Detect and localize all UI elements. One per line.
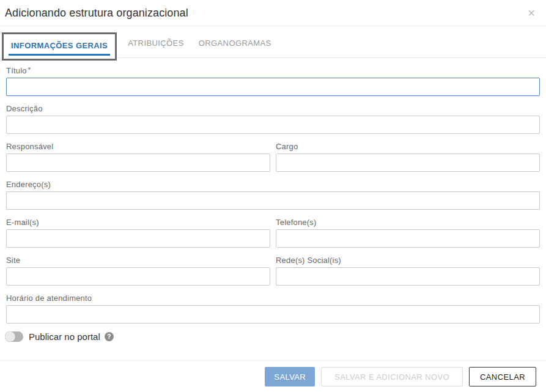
descricao-field: Descrição <box>6 104 540 134</box>
site-field: Site <box>6 256 270 286</box>
modal-header: Adicionando estrutura organizacional × <box>0 0 546 26</box>
titulo-label: Título* <box>6 66 540 75</box>
responsavel-input[interactable] <box>6 153 270 172</box>
descricao-label: Descrição <box>6 104 540 113</box>
horario-label: Horário de atendimento <box>6 294 540 303</box>
email-field: E-mail(s) <box>6 218 270 248</box>
publish-toggle-row: Publicar no portal ? <box>6 331 540 342</box>
tab-bar: INFORMAÇÕES GERAIS ATRIBUIÇÕES ORGANOGRA… <box>0 26 546 58</box>
telefone-label: Telefone(s) <box>276 218 540 227</box>
cargo-label: Cargo <box>276 142 540 151</box>
responsavel-label: Responsável <box>6 142 270 151</box>
modal-footer: SALVAR SALVAR E ADICIONAR NOVO CANCELAR <box>0 360 546 392</box>
telefone-field: Telefone(s) <box>276 218 540 248</box>
horario-field: Horário de atendimento <box>6 294 540 324</box>
form-body: Título* Descrição Responsável Cargo Ende… <box>0 58 546 360</box>
titulo-field: Título* <box>6 66 540 96</box>
rede-social-label: Rede(s) Social(is) <box>276 256 540 265</box>
help-icon[interactable]: ? <box>105 332 114 341</box>
cargo-input[interactable] <box>276 153 540 172</box>
save-button[interactable]: SALVAR <box>265 367 315 386</box>
endereco-label: Endereço(s) <box>6 180 540 189</box>
titulo-label-text: Título <box>6 66 27 75</box>
telefone-input[interactable] <box>276 229 540 248</box>
tab-organogramas[interactable]: ORGANOGRAMAS <box>191 31 279 57</box>
endereco-input[interactable] <box>6 191 540 210</box>
active-tab-highlight-box: INFORMAÇÕES GERAIS <box>2 32 117 61</box>
publish-toggle[interactable] <box>5 331 23 342</box>
toggle-knob <box>5 331 15 342</box>
tab-atribuicoes[interactable]: ATRIBUIÇÕES <box>120 31 191 57</box>
site-rede-row: Site Rede(s) Social(is) <box>6 256 540 294</box>
titulo-input[interactable] <box>6 78 540 96</box>
tab-informacoes-gerais[interactable]: INFORMAÇÕES GERAIS <box>9 38 110 56</box>
cargo-field: Cargo <box>276 142 540 172</box>
publish-toggle-label: Publicar no portal <box>29 331 100 342</box>
responsavel-field: Responsável <box>6 142 270 172</box>
email-label: E-mail(s) <box>6 218 270 227</box>
site-input[interactable] <box>6 267 270 286</box>
email-input[interactable] <box>6 229 270 248</box>
horario-input[interactable] <box>6 305 540 324</box>
cancel-button[interactable]: CANCELAR <box>469 367 536 386</box>
descricao-input[interactable] <box>6 116 540 134</box>
email-telefone-row: E-mail(s) Telefone(s) <box>6 218 540 256</box>
rede-social-input[interactable] <box>276 267 540 286</box>
required-asterisk: * <box>28 66 31 73</box>
modal-title: Adicionando estrutura organizacional <box>5 7 188 20</box>
add-org-structure-modal: Adicionando estrutura organizacional × I… <box>0 0 546 392</box>
endereco-field: Endereço(s) <box>6 180 540 210</box>
close-icon[interactable]: × <box>523 7 540 19</box>
rede-social-field: Rede(s) Social(is) <box>276 256 540 286</box>
site-label: Site <box>6 256 270 265</box>
save-and-add-new-button[interactable]: SALVAR E ADICIONAR NOVO <box>321 367 463 386</box>
responsavel-cargo-row: Responsável Cargo <box>6 142 540 180</box>
